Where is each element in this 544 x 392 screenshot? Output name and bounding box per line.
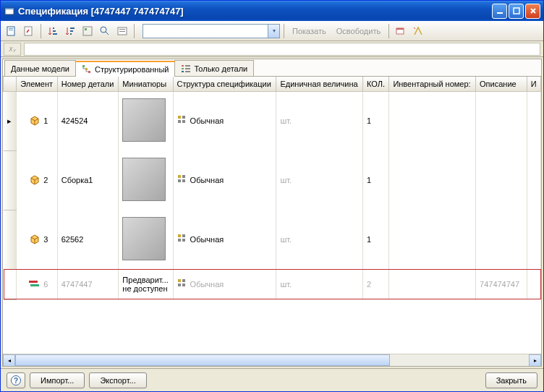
svg-rect-25 <box>182 65 184 67</box>
table-row[interactable]: 362562Обычнаяшт.1 <box>4 210 541 269</box>
scroll-right-button[interactable]: ▸ <box>529 354 541 366</box>
col-thumb[interactable]: Миниатюры <box>119 77 173 91</box>
cell-partno: 424524 <box>57 91 119 150</box>
svg-rect-29 <box>185 68 190 69</box>
svg-rect-42 <box>182 239 185 242</box>
table-row[interactable]: 64747447Предварит... не доступенОбычнаяш… <box>4 269 541 299</box>
svg-rect-28 <box>185 65 190 67</box>
minimize-button[interactable] <box>492 4 507 19</box>
cell-struct: Обычная <box>173 269 276 299</box>
tabs: Данные модели Структурированный Только д… <box>3 59 541 77</box>
svg-rect-32 <box>182 116 185 119</box>
row-indicator[interactable] <box>4 210 17 269</box>
cell-inv <box>389 150 476 210</box>
window-controls <box>492 4 540 19</box>
scroll-thumb[interactable] <box>15 354 390 366</box>
svg-rect-41 <box>178 239 181 242</box>
toolbar-btn-1[interactable] <box>4 23 20 39</box>
help-button[interactable]: ? <box>7 372 25 388</box>
maximize-button[interactable] <box>509 4 524 19</box>
col-last[interactable]: И <box>527 77 540 91</box>
col-unit[interactable]: Единичная величина <box>276 77 363 91</box>
cell-inv <box>389 210 476 269</box>
cell-qty: 2 <box>362 269 388 299</box>
scroll-track[interactable] <box>15 354 529 366</box>
thumbnail <box>122 217 166 260</box>
fx-icon: xᵧ <box>4 43 21 56</box>
toolbar-btn-6[interactable] <box>97 23 113 39</box>
toolbar-btn-8[interactable] <box>393 23 409 39</box>
cube-icon <box>29 234 41 245</box>
toolbar-btn-7[interactable] <box>114 23 130 39</box>
toolbar: ▾ Показать Освободить <box>1 21 543 41</box>
col-partno[interactable]: Номер детали <box>57 77 119 91</box>
toolbar-btn-9[interactable] <box>410 23 426 39</box>
svg-rect-9 <box>53 30 56 32</box>
svg-rect-10 <box>53 33 57 35</box>
cell-last <box>527 91 540 150</box>
svg-rect-34 <box>182 120 185 123</box>
table-row[interactable]: ▸1424524Обычнаяшт.1 <box>4 91 541 150</box>
svg-rect-36 <box>182 175 185 178</box>
tab-parts-only[interactable]: Только детали <box>174 60 254 76</box>
svg-rect-13 <box>70 33 72 35</box>
svg-rect-38 <box>182 179 185 182</box>
show-button[interactable]: Показать <box>288 24 331 38</box>
row-indicator[interactable] <box>4 269 17 299</box>
tab-structured[interactable]: Структурированный <box>75 61 176 77</box>
struct-icon <box>177 174 187 186</box>
svg-rect-47 <box>178 284 181 286</box>
svg-rect-46 <box>182 279 185 282</box>
svg-rect-30 <box>185 71 190 72</box>
app-icon <box>4 5 15 17</box>
col-struct[interactable]: Структура спецификации <box>173 77 276 91</box>
row-indicator[interactable] <box>4 150 17 210</box>
close-button[interactable] <box>525 4 540 19</box>
grid-scroll[interactable]: Элемент Номер детали Миниатюры Структура… <box>3 77 541 354</box>
row-indicator[interactable]: ▸ <box>4 91 17 150</box>
struct-icon <box>177 234 187 245</box>
tab-model-data[interactable]: Данные модели <box>4 60 76 76</box>
chevron-down-icon: ▾ <box>268 25 279 38</box>
cell-element: 6 <box>17 269 58 299</box>
svg-rect-14 <box>83 27 92 35</box>
window: Спецификация [4747447 747474747] ▾ Показ… <box>0 0 544 392</box>
struct-icon <box>177 278 187 290</box>
col-element[interactable]: Элемент <box>17 77 58 91</box>
svg-rect-4 <box>7 27 14 35</box>
export-button[interactable]: Экспорт... <box>89 372 146 388</box>
import-button[interactable]: Импорт... <box>30 372 85 388</box>
svg-point-16 <box>101 27 106 33</box>
svg-rect-31 <box>178 116 181 119</box>
svg-text:?: ? <box>14 377 18 385</box>
toolbar-btn-5[interactable] <box>80 23 95 39</box>
col-descr[interactable]: Описание <box>476 77 527 91</box>
sort-desc-button[interactable] <box>62 23 78 39</box>
svg-rect-6 <box>9 30 13 30</box>
svg-rect-45 <box>178 279 181 282</box>
footer: ? Импорт... Экспорт... Закрыть <box>1 368 543 391</box>
svg-rect-43 <box>29 281 38 283</box>
toolbar-separator <box>41 24 41 38</box>
close-dialog-button[interactable]: Закрыть <box>485 372 537 388</box>
list-icon <box>181 64 191 74</box>
sort-asc-button[interactable] <box>45 23 61 39</box>
row-indicator-header[interactable] <box>4 77 17 91</box>
cell-last <box>527 210 540 269</box>
cell-unit: шт. <box>276 150 363 210</box>
toolbar-btn-2[interactable] <box>21 23 37 39</box>
table-row[interactable]: 2Сборка1Обычнаяшт.1 <box>4 150 541 210</box>
svg-rect-5 <box>9 28 13 29</box>
col-inv[interactable]: Инвентарный номер: <box>389 77 476 91</box>
scroll-left-button[interactable]: ◂ <box>3 354 15 366</box>
row-type-icon <box>29 279 41 289</box>
cell-struct: Обычная <box>173 150 276 210</box>
cell-element: 2 <box>17 150 58 210</box>
col-qty[interactable]: КОЛ. <box>362 77 388 91</box>
cell-last <box>527 150 540 210</box>
horizontal-scrollbar[interactable]: ◂ ▸ <box>3 354 541 366</box>
toolbar-combo[interactable]: ▾ <box>143 24 280 38</box>
release-button[interactable]: Освободить <box>332 24 385 38</box>
cell-element: 1 <box>17 91 58 150</box>
formula-input[interactable] <box>24 43 540 56</box>
